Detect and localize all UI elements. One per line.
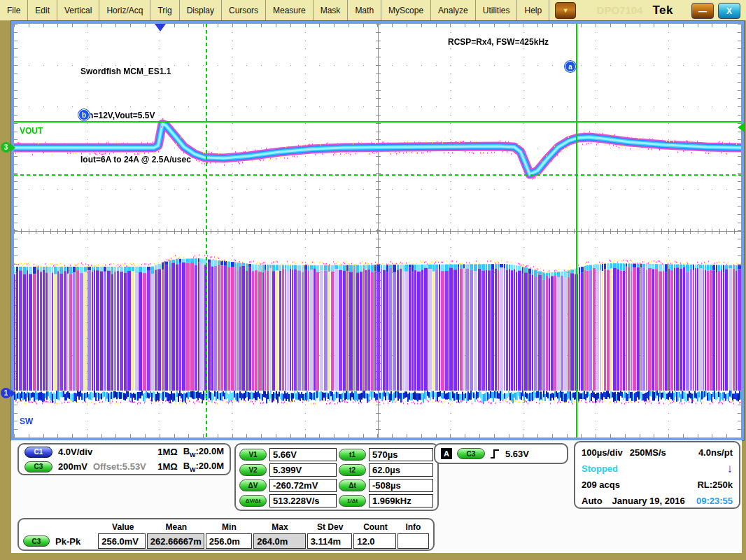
c3-bandwidth: BW:20.0M [183, 461, 224, 473]
dv-dt-value: 513.228V/s [269, 494, 337, 507]
measurement-table-panel: Value Mean Min Max St Dev Count Info C3 … [17, 518, 435, 551]
tek-logo: Tek [652, 4, 673, 18]
menu-item-myscope[interactable]: MyScope [381, 0, 431, 20]
v2-value: 5.399V [269, 463, 337, 477]
t1-value: 570µs [369, 448, 433, 461]
dv-dt-pill[interactable]: ΔV/Δt [239, 495, 267, 507]
close-button[interactable]: X [718, 3, 740, 19]
resolution-value: 4.0ns/pt [698, 447, 733, 458]
measurement-source-badge[interactable]: C3 [23, 536, 50, 547]
cursor-readout-panel: V15.66V V25.399V ΔV-260.72mV ΔV/Δt513.22… [234, 443, 439, 511]
menu-item-edit[interactable]: Edit [28, 0, 57, 20]
header-stdev: St Dev [307, 522, 353, 532]
sample-rate-value: 250MS/s [630, 447, 666, 458]
acqs-count: 209 acqs [582, 479, 620, 490]
minimize-button[interactable]: — [691, 3, 714, 19]
trigger-level-value: 5.63V [505, 449, 529, 459]
cursor-t1-vertical[interactable] [576, 24, 577, 438]
v1-value: 5.66V [269, 448, 337, 461]
annotation-line: Vin=12V,Vout=5.5V [80, 108, 191, 123]
menubar-spacer [576, 0, 596, 20]
measurement-stdev-cell: 3.114m [307, 533, 353, 549]
chevron-down-icon: ▼ [563, 7, 569, 14]
header-value: Value [99, 522, 148, 532]
v2-pill[interactable]: V2 [239, 464, 267, 476]
channel3-position-arrow-icon [11, 144, 15, 151]
trigger-a-badge: A [441, 448, 452, 459]
measurement-name: Pk-Pk [55, 536, 80, 547]
menu-item-vertical[interactable]: Vertical [57, 0, 99, 20]
delta-v-value: -260.72mV [269, 479, 337, 492]
record-length: RL:250k [697, 479, 733, 490]
c3-impedance: 1MΩ [157, 461, 177, 472]
measurement-info-cell [397, 533, 429, 549]
menu-item-measure[interactable]: Measure [266, 0, 314, 20]
t2-value: 62.0µs [369, 463, 433, 477]
waveform-display: a b 3 1 VOUT SW Swordfish MCM_ES1.1 Vin=… [11, 21, 744, 440]
header-min: Min [205, 522, 253, 532]
scope-model-label: DPO7104 [597, 4, 643, 16]
trigger-panel: A C3 5.63V [434, 443, 568, 464]
menu-bar: File Edit Vertical Horiz/Acq Trig Displa… [0, 0, 746, 21]
date-label: January 19, 2016 [612, 496, 685, 506]
trigger-mode: Auto [582, 496, 603, 506]
menu-item-help[interactable]: Help [517, 0, 549, 20]
acquisition-state: Stopped [582, 463, 618, 474]
channel1-position-arrow-icon [11, 390, 15, 397]
callout-b-marker[interactable]: b [78, 109, 90, 120]
c1-bandwidth: BW:20.0M [183, 446, 224, 458]
channel1-badge[interactable]: C1 [24, 447, 52, 458]
trigger-source-badge[interactable]: C3 [457, 448, 485, 459]
c1-impedance: 1MΩ [157, 447, 177, 457]
sw-waveform-label: SW [20, 416, 33, 426]
timebase-value: 100µs/div [582, 447, 623, 458]
measurement-mean-cell: 262.66667m [147, 533, 204, 549]
trigger-level-arrow-icon[interactable] [738, 123, 744, 132]
menu-item-analyze[interactable]: Analyze [431, 0, 476, 20]
channel-settings-panel: C1 4.0V/div 1MΩ BW:20.0M C3 200mV Offset… [17, 443, 231, 475]
annotation-left: Swordfish MCM_ES1.1 Vin=12V,Vout=5.5V Io… [80, 35, 191, 197]
callout-a-marker[interactable]: a [565, 61, 576, 72]
c3-offset: Offset:5.53V [93, 461, 146, 472]
menu-item-file[interactable]: File [0, 0, 28, 20]
measurement-value-cell: 256.0mV [98, 533, 146, 549]
delta-t-pill[interactable]: Δt [339, 479, 366, 491]
close-icon: X [726, 6, 732, 16]
acquisition-panel: 100µs/div 250MS/s 4.0ns/pt Stopped ↓ 209… [574, 441, 740, 509]
annotation-line: Swordfish MCM_ES1.1 [80, 64, 191, 79]
cursor-t2-vertical[interactable] [206, 24, 207, 438]
header-count: Count [353, 522, 397, 532]
t2-pill[interactable]: t2 [339, 464, 366, 476]
channel3-position-badge[interactable]: 3 [1, 142, 11, 153]
measurement-min-cell: 256.0m [206, 533, 253, 549]
header-info: Info [397, 522, 429, 532]
measurement-count-cell: 12.0 [353, 533, 396, 549]
header-mean: Mean [148, 522, 205, 532]
annotation-right: RCSP=Rx4, FSW=425kHz [448, 35, 549, 50]
time-label: 09:23:55 [696, 496, 733, 506]
v1-pill[interactable]: V1 [239, 449, 267, 461]
menu-overflow-button[interactable]: ▼ [555, 2, 576, 19]
c3-scale: 200mV [58, 461, 87, 472]
inv-dt-pill[interactable]: 1/Δt [339, 495, 366, 507]
menu-item-trig[interactable]: Trig [150, 0, 179, 20]
t1-pill[interactable]: t1 [339, 449, 366, 461]
channel3-badge[interactable]: C3 [24, 461, 52, 472]
menu-item-display[interactable]: Display [180, 0, 222, 20]
menu-item-math[interactable]: Math [348, 0, 381, 20]
menu-item-utilities[interactable]: Utilities [476, 0, 518, 20]
channel1-position-badge[interactable]: 1 [1, 388, 11, 398]
delta-v-pill[interactable]: ΔV [239, 479, 267, 491]
arrow-down-icon: ↓ [727, 462, 733, 476]
delta-t-value: -508µs [369, 479, 433, 492]
minimize-icon: — [698, 6, 707, 16]
c1-scale: 4.0V/div [58, 447, 92, 457]
menu-item-horiz-acq[interactable]: Horiz/Acq [99, 0, 150, 20]
menu-item-cursors[interactable]: Cursors [222, 0, 266, 20]
annotation-line: Iout=6A to 24A @ 2.5A/usec [80, 153, 191, 167]
measurement-max-cell: 264.0m [253, 533, 305, 549]
trigger-position-marker[interactable] [155, 24, 166, 31]
inv-dt-value: 1.969kHz [369, 494, 433, 507]
rising-edge-icon [490, 449, 500, 459]
menu-item-mask[interactable]: Mask [314, 0, 349, 20]
